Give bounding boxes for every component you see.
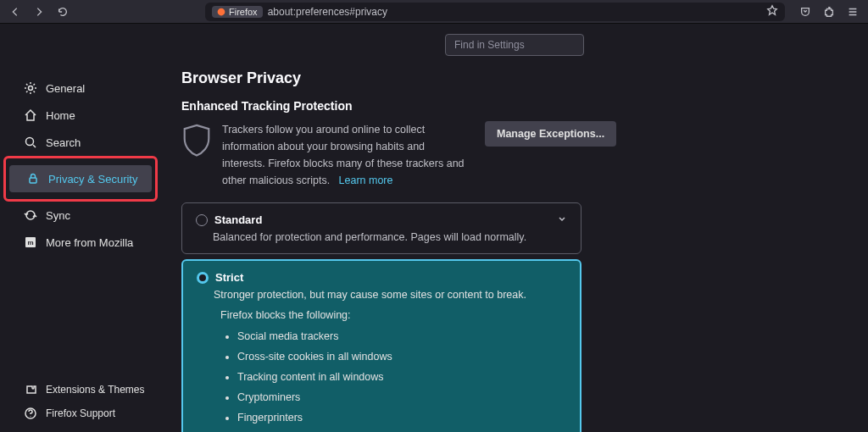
etp-option-strict[interactable]: Strict Stronger protection, but may caus…: [181, 259, 581, 432]
search-icon: [24, 136, 37, 149]
list-item: Social media trackers: [237, 326, 566, 346]
shield-icon: [181, 123, 212, 157]
sidebar-item-privacy[interactable]: Privacy & Security: [9, 165, 152, 192]
reload-button[interactable]: [53, 2, 73, 22]
forward-button[interactable]: [29, 2, 49, 22]
option-title: Strict: [215, 271, 243, 284]
extensions-icon[interactable]: [819, 2, 839, 22]
sidebar-item-label: Privacy & Security: [48, 173, 137, 186]
manage-exceptions-button[interactable]: Manage Exceptions...: [485, 121, 616, 147]
settings-search-input[interactable]: [445, 34, 584, 56]
radio-standard[interactable]: [196, 214, 208, 226]
sidebar-item-sync[interactable]: Sync: [0, 202, 161, 229]
list-item: Cross-site cookies in all windows: [237, 346, 566, 367]
sidebar: General Home Search Privacy & Security S…: [0, 24, 161, 432]
list-item: Fingerprinters: [237, 407, 566, 428]
list-item: Cryptominers: [237, 387, 566, 407]
menu-icon[interactable]: [843, 2, 863, 22]
sidebar-item-support[interactable]: Firefox Support: [0, 402, 161, 425]
blocks-list: Social media trackers Cross-site cookies…: [237, 326, 566, 428]
content-area: Browser Privacy Enhanced Tracking Protec…: [161, 24, 868, 432]
highlight-annotation: Privacy & Security: [3, 156, 158, 202]
back-button[interactable]: [5, 2, 25, 22]
save-pocket-icon[interactable]: [795, 2, 815, 22]
option-subtitle: Balanced for protection and performance.…: [213, 231, 567, 243]
sidebar-item-home[interactable]: Home: [0, 102, 161, 129]
svg-point-2: [26, 138, 34, 146]
sidebar-item-extensions[interactable]: Extensions & Themes: [0, 378, 161, 402]
blocks-heading: Firefox blocks the following:: [220, 309, 566, 321]
page-body: General Home Search Privacy & Security S…: [0, 24, 868, 432]
learn-more-link[interactable]: Learn more: [339, 174, 393, 186]
sidebar-item-mozilla[interactable]: m More from Mozilla: [0, 229, 161, 256]
help-icon: [24, 407, 37, 420]
browser-badge: Firefox: [212, 6, 263, 18]
section-heading: Enhanced Tracking Protection: [181, 99, 848, 113]
sidebar-item-label: Extensions & Themes: [46, 384, 145, 396]
url-bar[interactable]: Firefox about:preferences#privacy: [205, 3, 785, 21]
browser-toolbar: Firefox about:preferences#privacy: [0, 0, 868, 24]
sidebar-item-label: General: [46, 82, 85, 95]
svg-rect-3: [30, 178, 36, 183]
browser-badge-label: Firefox: [229, 7, 258, 17]
option-subtitle: Stronger protection, but may cause some …: [214, 289, 566, 301]
sidebar-item-general[interactable]: General: [0, 75, 161, 102]
sidebar-item-label: Firefox Support: [46, 407, 115, 419]
mozilla-icon: m: [24, 235, 37, 249]
page-title: Browser Privacy: [181, 69, 848, 87]
lock-icon: [26, 172, 40, 186]
etp-description: Trackers follow you around online to col…: [222, 121, 468, 189]
sidebar-item-label: Home: [46, 109, 75, 122]
sidebar-item-label: More from Mozilla: [46, 236, 133, 249]
chevron-down-icon: [557, 213, 567, 226]
puzzle-icon: [24, 383, 37, 396]
option-title: Standard: [214, 213, 262, 226]
svg-text:m: m: [27, 239, 33, 246]
sidebar-item-search[interactable]: Search: [0, 129, 161, 156]
sidebar-item-label: Search: [46, 136, 81, 149]
bookmark-star-icon[interactable]: [766, 4, 778, 19]
svg-point-1: [29, 86, 33, 91]
radio-strict[interactable]: [197, 272, 209, 284]
sidebar-item-label: Sync: [46, 209, 70, 222]
gear-icon: [24, 81, 37, 95]
svg-point-0: [218, 8, 225, 15]
home-icon: [24, 108, 37, 122]
url-text: about:preferences#privacy: [268, 6, 761, 18]
sync-icon: [24, 208, 37, 222]
list-item: Tracking content in all windows: [237, 367, 566, 387]
etp-option-standard[interactable]: Standard Balanced for protection and per…: [181, 202, 581, 254]
